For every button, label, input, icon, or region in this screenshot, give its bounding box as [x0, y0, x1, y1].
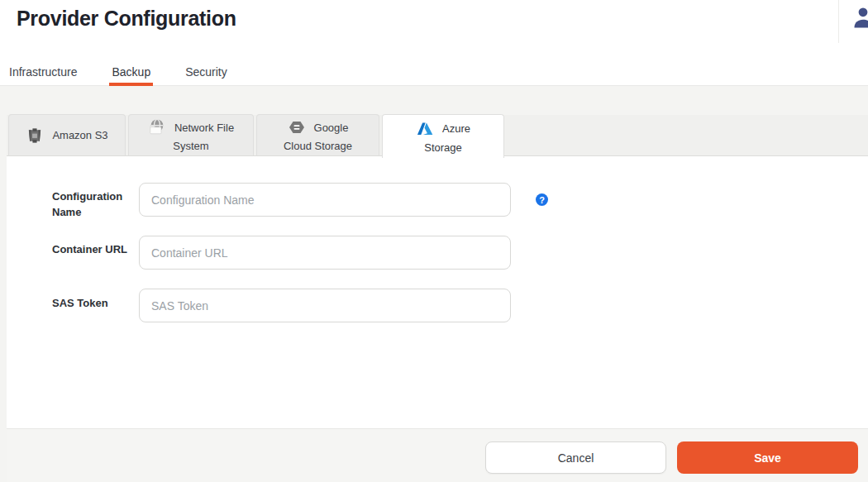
- provider-tab-label: Amazon S3: [52, 129, 107, 141]
- sas-token-label: SAS Token: [52, 296, 128, 312]
- provider-tab-label-line2: System: [173, 140, 208, 152]
- sas-token-input[interactable]: [139, 289, 511, 322]
- configuration-name-input[interactable]: [139, 183, 511, 217]
- save-button[interactable]: Save: [677, 441, 858, 474]
- user-icon[interactable]: [851, 5, 868, 30]
- globe-folder-icon: [148, 118, 166, 136]
- provider-tab-google-cloud-storage[interactable]: Google Cloud Storage: [256, 114, 379, 155]
- container-url-input[interactable]: [139, 236, 511, 270]
- provider-tab-label-line2: Storage: [424, 141, 462, 154]
- provider-tab-label: Google: [314, 122, 349, 134]
- s3-bucket-icon: [26, 126, 44, 145]
- nav-tab-security[interactable]: Security: [185, 58, 227, 86]
- page-title: Provider Configuration: [17, 4, 236, 32]
- gcs-hexagon-icon: [288, 118, 306, 136]
- provider-tab-label: Azure: [442, 122, 470, 135]
- header-divider: [838, 0, 839, 43]
- provider-tab-label-line2: Cloud Storage: [284, 140, 352, 152]
- azure-icon: [416, 120, 434, 138]
- help-icon[interactable]: [536, 193, 548, 206]
- provider-form-card: Configuration Name Container URL SAS Tok…: [7, 155, 868, 428]
- cancel-button[interactable]: Cancel: [485, 441, 666, 474]
- nav-tab-backup[interactable]: Backup: [112, 58, 150, 86]
- configuration-name-label: Configuration Name: [52, 189, 128, 221]
- provider-tab-label: Network File: [174, 122, 234, 134]
- primary-nav: Infrastructure Backup Security: [9, 58, 227, 86]
- nav-tab-infrastructure[interactable]: Infrastructure: [9, 58, 77, 86]
- form-footer: Cancel Save: [7, 428, 868, 482]
- provider-tab-azure-storage[interactable]: Azure Storage: [382, 114, 504, 158]
- provider-tab-network-file-system[interactable]: Network File System: [128, 114, 254, 155]
- provider-tabstrip: Amazon S3 Network File System: [8, 114, 504, 158]
- provider-tab-amazon-s3[interactable]: Amazon S3: [8, 114, 126, 155]
- container-url-label: Container URL: [52, 242, 128, 258]
- page-header: Provider Configuration Infrastructure Ba…: [0, 0, 868, 86]
